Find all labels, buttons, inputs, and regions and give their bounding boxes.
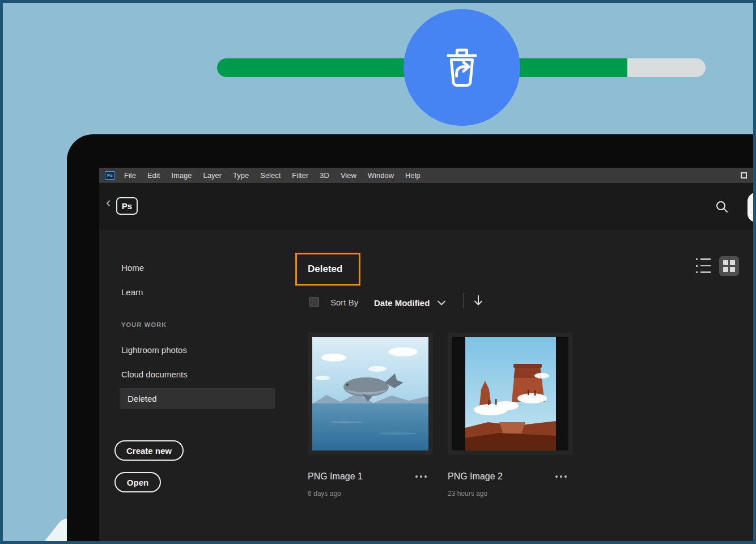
menu-3d[interactable]: 3D [320,171,329,180]
maximize-button[interactable] [741,172,747,178]
list-view-button[interactable] [696,258,712,273]
app-header [99,183,756,230]
sidebar-item-learn[interactable]: Learn [121,287,143,297]
title-highlight-box: Deleted [295,253,360,286]
window-controls [729,168,747,183]
sidebar-item-lightroom-photos[interactable]: Lightroom photos [121,345,187,355]
menu-filter[interactable]: Filter [292,171,308,180]
restore-from-trash-icon [436,40,488,95]
create-new-button[interactable]: Create new [114,440,184,461]
document-modified-time: 23 hours ago [448,490,487,498]
menu-edit[interactable]: Edit [147,171,160,180]
grid-view-icon [723,260,735,272]
menu-type[interactable]: Type [233,171,249,180]
more-options-button[interactable] [415,475,427,478]
sidebar-item-deleted[interactable]: Deleted [120,388,275,409]
sidebar-item-cloud-documents[interactable]: Cloud documents [121,369,188,379]
sidebar-section-your-work: YOUR WORK [121,321,167,328]
menu-select[interactable]: Select [260,171,281,180]
document-title: PNG Image 1 [308,471,363,482]
menu-items: File Edit Image Layer Type Select Filter… [124,171,421,180]
menu-bar: Ps File Edit Image Layer Type Select Fil… [99,168,756,183]
sort-direction-button[interactable] [473,294,486,308]
sort-by-label: Sort By [330,298,358,307]
back-button[interactable]: ‹ [106,195,111,210]
menu-file[interactable]: File [124,171,136,180]
menu-window[interactable]: Window [368,171,394,180]
menu-layer[interactable]: Layer [203,171,222,180]
photoshop-window: Ps File Edit Image Layer Type Select Fil… [99,168,756,544]
search-button[interactable] [715,200,729,214]
photoshop-app-icon: Ps [105,171,115,180]
list-view-icon [696,258,712,260]
document-card-png-image-1[interactable] [308,333,433,455]
menu-image[interactable]: Image [171,171,192,180]
open-button[interactable]: Open [114,472,161,492]
search-icon [715,206,729,215]
more-options-button[interactable] [555,475,567,478]
document-modified-time: 6 days ago [308,490,341,498]
document-thumbnail-desert [452,337,568,450]
list-view-icon-row [696,265,712,267]
avatar[interactable] [747,193,756,222]
sidebar-item-deleted-label: Deleted [128,394,157,403]
document-thumbnail-whale [312,337,428,450]
document-card-png-image-2[interactable] [448,333,573,455]
list-view-icon-row [696,271,712,273]
restore-from-trash-badge [404,9,520,126]
maximize-icon [741,172,747,178]
page-title: Deleted [308,264,342,275]
document-title: PNG Image 2 [448,471,503,482]
sidebar-item-home[interactable]: Home [121,263,144,273]
sort-dropdown[interactable]: Date Modified [374,298,445,308]
photoshop-logo: Ps [116,197,138,215]
divider [463,293,464,308]
chevron-down-icon [438,298,445,308]
tutorial-graphic: Ps File Edit Image Layer Type Select Fil… [0,0,756,544]
grid-view-button[interactable] [719,256,739,276]
menu-help[interactable]: Help [405,171,421,180]
sort-dropdown-value: Date Modified [374,298,430,308]
arrow-down-icon [473,299,483,308]
sort-checkbox[interactable] [309,297,319,307]
menu-view[interactable]: View [341,171,356,180]
